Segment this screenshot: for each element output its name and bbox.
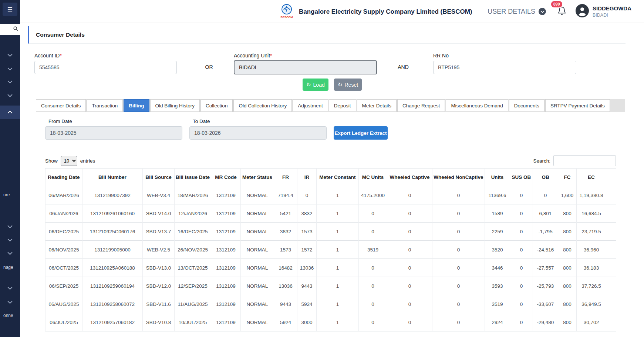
table-row: 06/NOV/20251312199005000WEB-V2.526/NOV/2… bbox=[45, 241, 616, 259]
table-cell: NORMAL bbox=[241, 259, 274, 277]
column-header[interactable]: Wheeled Captive bbox=[387, 168, 432, 186]
column-header[interactable]: MC Units bbox=[359, 168, 387, 186]
column-header[interactable]: OB bbox=[533, 168, 558, 186]
sidebar-search[interactable] bbox=[0, 24, 20, 35]
sidebar-item-label[interactable]: ure bbox=[0, 188, 20, 201]
table-cell: 131210925C060176 bbox=[82, 223, 143, 241]
sidebar-search-input[interactable] bbox=[2, 27, 11, 31]
consumer-search-form: Account ID* OR Accounting Unit* AND RR N… bbox=[28, 44, 626, 99]
tab-change-request[interactable]: Change Request bbox=[397, 99, 445, 112]
tab-old-collection-history[interactable]: Old Collection History bbox=[233, 99, 292, 112]
billing-table: Reading DateBill NumberBill SourceBill I… bbox=[45, 168, 616, 331]
user-details-label: USER DETAILS bbox=[488, 8, 535, 16]
column-header[interactable]: Reading Date bbox=[45, 168, 82, 186]
table-cell: 0 bbox=[387, 295, 432, 313]
table-search-input[interactable] bbox=[553, 155, 616, 166]
table-cell: WEB-V2.5 bbox=[143, 241, 175, 259]
sidebar-chevron-down-icon[interactable] bbox=[0, 281, 20, 295]
tab-collection[interactable]: Collection bbox=[200, 99, 233, 112]
column-header[interactable]: Units bbox=[485, 168, 510, 186]
column-header[interactable]: Bill Number bbox=[82, 168, 143, 186]
page-size-select[interactable]: 10 bbox=[61, 156, 77, 166]
column-header[interactable]: Meter Constant bbox=[317, 168, 359, 186]
table-cell: 7, bbox=[606, 223, 616, 241]
reset-button[interactable]: ↻ Reset bbox=[334, 79, 362, 91]
rr-no-input[interactable] bbox=[433, 61, 576, 74]
table-cell: -27,557 bbox=[533, 259, 558, 277]
table-cell: 1312109 bbox=[211, 204, 241, 223]
sidebar-item-label[interactable]: onne bbox=[0, 309, 20, 322]
table-cell: 13036 bbox=[297, 259, 317, 277]
column-header[interactable]: Bill Issue Date bbox=[175, 168, 211, 186]
table-cell: 1312109 bbox=[211, 277, 241, 295]
sidebar-chevron-down-icon[interactable] bbox=[0, 296, 20, 309]
sidebar-chevron-down-icon[interactable] bbox=[0, 89, 20, 102]
table-cell: 1,600 bbox=[558, 186, 577, 204]
tab-old-billing-history[interactable]: Old Billing History bbox=[150, 99, 200, 112]
table-row: 06/MAR/20261312199007392WEB-V3.418/MAR/2… bbox=[45, 186, 616, 204]
tab-documents[interactable]: Documents bbox=[509, 99, 544, 112]
export-ledger-extract-button[interactable]: Export Ledger Extract bbox=[334, 126, 388, 140]
table-cell: 800 bbox=[558, 204, 577, 223]
table-cell: NORMAL bbox=[241, 186, 274, 204]
column-header[interactable]: FR bbox=[274, 168, 297, 186]
sidebar: ☰ urenageonne bbox=[0, 0, 20, 337]
sidebar-chevron-up-icon[interactable] bbox=[0, 106, 20, 119]
sidebar-chevron-down-icon[interactable] bbox=[0, 75, 20, 89]
required-mark: * bbox=[60, 53, 61, 59]
table-cell: SBD-V10.8 bbox=[143, 313, 175, 331]
column-header[interactable]: FC bbox=[558, 168, 577, 186]
user-details-menu[interactable]: USER DETAILS bbox=[488, 8, 546, 16]
column-header[interactable]: Wheeled NonCaptive bbox=[432, 168, 485, 186]
table-cell: 3,8 bbox=[606, 186, 616, 204]
table-cell: 0 bbox=[510, 223, 533, 241]
column-header[interactable]: EC bbox=[577, 168, 606, 186]
account-id-input[interactable] bbox=[34, 61, 177, 74]
column-header[interactable]: Bill Source bbox=[143, 168, 175, 186]
table-cell: 06/JUL/2025 bbox=[45, 313, 82, 331]
to-date-input[interactable] bbox=[189, 126, 327, 140]
tab-adjustment[interactable]: Adjustment bbox=[293, 99, 328, 112]
table-cell: 06/JAN/2026 bbox=[45, 204, 82, 223]
tab-transaction[interactable]: Transaction bbox=[87, 99, 123, 112]
sidebar-chevron-down-icon[interactable] bbox=[0, 247, 20, 260]
table-cell: 800 bbox=[558, 223, 577, 241]
tab-consumer-details[interactable]: Consumer Details bbox=[36, 99, 86, 112]
sidebar-chevron-down-icon[interactable] bbox=[0, 49, 20, 62]
column-header[interactable]: IR bbox=[297, 168, 317, 186]
menu-toggle-hamburger-icon[interactable]: ☰ bbox=[3, 3, 17, 16]
sidebar-item-label[interactable]: nage bbox=[0, 261, 20, 274]
billing-table-wrap: Reading DateBill NumberBill SourceBill I… bbox=[45, 168, 616, 331]
refresh-icon: ↻ bbox=[306, 82, 311, 87]
column-header[interactable]: I bbox=[606, 168, 616, 186]
column-header[interactable]: MR Code bbox=[211, 168, 241, 186]
from-date-input[interactable] bbox=[45, 126, 182, 140]
notifications-bell-icon[interactable]: 899 bbox=[557, 6, 567, 17]
table-cell: -33,607 bbox=[533, 295, 558, 313]
tab-billing[interactable]: Billing bbox=[124, 99, 149, 112]
table-row: 06/AUG/20251312109258060072SBD-V11.611/A… bbox=[45, 295, 616, 313]
sidebar-chevron-down-icon[interactable] bbox=[0, 220, 20, 233]
required-mark: * bbox=[270, 53, 272, 59]
sidebar-chevron-down-icon[interactable] bbox=[0, 62, 20, 76]
tab-meter-details[interactable]: Meter Details bbox=[357, 99, 397, 112]
account-id-label: Account ID* bbox=[34, 53, 62, 59]
tab-srtpv-payment-details[interactable]: SRTPV Payment Details bbox=[545, 99, 610, 112]
accounting-unit-input[interactable] bbox=[234, 60, 377, 74]
table-cell: 11369.6 bbox=[485, 186, 510, 204]
column-header[interactable]: SUS OB bbox=[510, 168, 533, 186]
tab-deposit[interactable]: Deposit bbox=[329, 99, 356, 112]
brand: BESCOM Bangalore Electricity Supply Comp… bbox=[279, 3, 472, 21]
table-cell: 37,726.5 bbox=[577, 277, 606, 295]
table-cell: 0 bbox=[359, 259, 387, 277]
search-icon[interactable] bbox=[13, 26, 18, 33]
table-cell: 0 bbox=[432, 277, 485, 295]
sidebar-chevron-down-icon[interactable] bbox=[0, 233, 20, 247]
table-cell: 2259 bbox=[485, 223, 510, 241]
column-header[interactable]: Meter Status bbox=[241, 168, 274, 186]
table-cell: 1 bbox=[317, 223, 359, 241]
tab-miscellaneous-demand[interactable]: Miscellaneous Demand bbox=[446, 99, 508, 112]
table-cell: 1312109257060182 bbox=[82, 313, 143, 331]
load-button[interactable]: ↻ Load bbox=[303, 79, 328, 91]
user-avatar[interactable] bbox=[576, 4, 589, 19]
